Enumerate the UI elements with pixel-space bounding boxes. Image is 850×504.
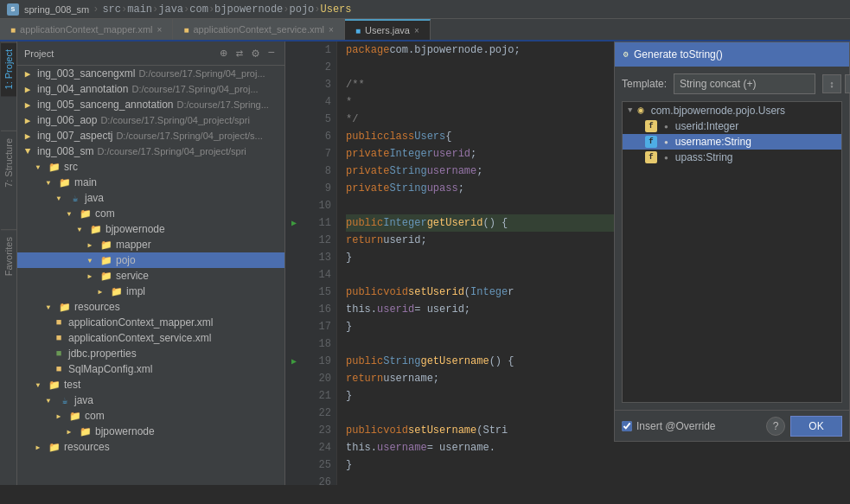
tree-item-mapper-xml[interactable]: ■ applicationContext_mapper.xml <box>17 315 284 330</box>
tab-close-1[interactable]: × <box>157 25 163 35</box>
title-bar: S spring_008_sm › src › main › java › co… <box>0 0 850 19</box>
tree-root-label: com.bjpowernode.pojo.Users <box>651 105 785 117</box>
folder-icon-java: ▼ <box>52 192 66 204</box>
tree-label-com: com <box>95 207 115 220</box>
tree-item-src[interactable]: ▼ 📁 src <box>17 159 284 175</box>
app-icon: S <box>7 3 19 16</box>
tree-label-sqlmap: SqlMapConfig.xml <box>68 363 152 375</box>
run-gutter-11[interactable]: ▶ <box>285 214 303 232</box>
tree-item-007[interactable]: ▶ ing_007_aspectj D:/course/17.Spring/04… <box>17 128 284 144</box>
sidebar-add-btn[interactable]: ⊕ <box>217 45 229 61</box>
sidebar-minimize-btn[interactable]: − <box>265 45 278 61</box>
folder-glyph-impl: 📁 <box>110 285 124 297</box>
props-icon-jdbc: ■ <box>52 348 66 360</box>
xml-icon-sqlmap: ■ <box>52 363 66 375</box>
insert-btn[interactable]: ↩ <box>845 74 850 93</box>
tab-label-3: Users.java <box>365 25 410 35</box>
tree-label-java: java <box>85 192 104 204</box>
line-numbers: 1 2 3 4 5 6 7 8 9 10 11 12 13 14 15 16 1… <box>303 41 337 485</box>
tab-label-1: applicationContext_mapper.xml <box>20 24 152 35</box>
tree-item-004[interactable]: ▶ ing_004_annotation D:/course/17.Spring… <box>17 81 284 97</box>
breadcrumb-sep1: › <box>93 3 99 16</box>
tab-mapper-xml[interactable]: ■ applicationContext_mapper.xml × <box>0 19 173 40</box>
tree-item-resources[interactable]: ▼ 📁 resources <box>17 299 284 315</box>
tree-label-test-com: com <box>85 410 105 422</box>
bc-bjpowernode: bjpowernode <box>214 3 283 16</box>
field-label-userid: userid:Integer <box>675 120 738 132</box>
folder-icon-impl: ▶ <box>93 285 107 297</box>
tree-item-service-xml[interactable]: ■ applicationContext_service.xml <box>17 330 284 346</box>
tree-item-pojo[interactable]: ▼ 📁 pojo <box>17 252 284 268</box>
tab-close-2[interactable]: × <box>329 25 334 35</box>
folder-glyph-pojo: 📁 <box>99 254 113 266</box>
tree-label-test: test <box>64 379 80 391</box>
folder-glyph-java: ☕ <box>68 192 82 204</box>
folder-glyph-main: 📁 <box>58 176 72 188</box>
tree-item-jdbc[interactable]: ■ jdbc.properties <box>17 346 284 361</box>
tree-label-007: ing_007_aspectj <box>37 130 112 142</box>
dialog-field-upass[interactable]: f ● upass:String <box>623 150 841 165</box>
tree-label-004: ing_004_annotation <box>37 83 128 95</box>
tree-item-test-java[interactable]: ▼ ☕ java <box>17 392 284 408</box>
dialog-field-username[interactable]: f ● username:String <box>623 134 841 150</box>
side-tab-project[interactable]: 1: Project <box>1 41 16 96</box>
template-row: Template: ↕ ↩ ≡ ≣ <box>622 73 842 94</box>
dialog-body: Template: ↕ ↩ ≡ ≣ <box>615 67 849 410</box>
tree-item-008[interactable]: ▼ ing_008_sm D:/course/17.Spring/04_proj… <box>17 144 284 159</box>
folder-glyph-mapper: 📁 <box>99 239 113 251</box>
tree-item-test-com[interactable]: ▶ 📁 com <box>17 408 284 424</box>
dialog-field-userid[interactable]: f ● userid:Integer <box>623 118 841 134</box>
tree-item-resources2[interactable]: ▶ 📁 resources <box>17 439 284 455</box>
tree-item-main[interactable]: ▼ 📁 main <box>17 175 284 190</box>
insert-override-checkbox[interactable] <box>622 421 632 431</box>
bc-main: main <box>127 3 152 16</box>
bc-pojo: pojo <box>290 3 315 16</box>
tree-root-arrow: ▼ <box>628 106 632 115</box>
bc-src: src <box>102 3 121 16</box>
sidebar-settings-btn[interactable]: ⚙ <box>249 45 261 61</box>
tree-item-com[interactable]: ▼ 📁 com <box>17 206 284 221</box>
tree-item-005[interactable]: ▶ ing_005_sanceng_annotation D:/course/1… <box>17 97 284 112</box>
tree-item-test-bjpowernode[interactable]: ▶ 📁 bjpowernode <box>17 424 284 439</box>
folder-icon-mapper: ▶ <box>83 239 97 251</box>
tree-label-008: ing_008_sm <box>37 145 93 157</box>
sidebar: Project ⊕ ⇄ ⚙ − ▶ ing_003_sancengxml D:/… <box>17 41 285 485</box>
tree-label-006: ing_006_aop <box>37 114 97 126</box>
xml-icon-mapper: ■ <box>52 316 66 329</box>
folder-glyph-test-bjpowernode: 📁 <box>79 425 93 437</box>
template-input[interactable] <box>674 73 815 94</box>
tab-close-3[interactable]: × <box>414 26 419 35</box>
side-tab-favorites[interactable]: Favorites <box>1 229 16 283</box>
folder-icon-src: ▼ <box>31 161 45 173</box>
tree-item-service[interactable]: ▶ 📁 service <box>17 268 284 284</box>
folder-icon-005: ▶ <box>21 99 35 111</box>
tree-item-test[interactable]: ▼ 📁 test <box>17 377 284 392</box>
dialog-tree-root-item[interactable]: ▼ ◉ com.bjpowernode.pojo.Users <box>623 102 841 118</box>
xml-icon-service: ■ <box>52 332 66 344</box>
tree-item-006[interactable]: ▶ ing_006_aop D:/course/17.Spring/04_pro… <box>17 112 284 128</box>
tab-service-xml[interactable]: ■ applicationContext_service.xml × <box>173 19 345 40</box>
sort-btn[interactable]: ↕ <box>822 74 841 93</box>
tree-item-mapper[interactable]: ▶ 📁 mapper <box>17 237 284 252</box>
ok-button[interactable]: OK <box>790 416 842 437</box>
tree-item-sqlmap[interactable]: ■ SqlMapConfig.xml <box>17 361 284 377</box>
tree-item-java[interactable]: ▼ ☕ java <box>17 190 284 206</box>
help-button[interactable]: ? <box>766 417 785 436</box>
tree-path-003: D:/course/17.Spring/04_proj... <box>138 68 265 79</box>
folder-glyph-test-java: ☕ <box>58 394 72 406</box>
folder-glyph-resources2: 📁 <box>48 441 61 453</box>
sidebar-sync-btn[interactable]: ⇄ <box>233 45 246 61</box>
run-gutter-19[interactable]: ▶ <box>285 353 303 370</box>
folder-icon-resources2: ▶ <box>31 441 45 453</box>
side-tab-structure[interactable]: 7: Structure <box>1 131 16 195</box>
tab-users-java[interactable]: ■ Users.java × <box>345 19 431 40</box>
tree-item-003[interactable]: ▶ ing_003_sancengxml D:/course/17.Spring… <box>17 66 284 81</box>
folder-glyph-test: 📁 <box>48 379 61 391</box>
field-icon-upass: f <box>645 151 657 163</box>
tree-item-bjpowernode[interactable]: ▼ 📁 bjpowernode <box>17 221 284 237</box>
tree-item-impl[interactable]: ▶ 📁 impl <box>17 284 284 299</box>
dialog-title-icon: ⚙ <box>623 49 629 60</box>
folder-icon-004: ▶ <box>21 83 35 95</box>
folder-icon-test: ▼ <box>31 379 45 391</box>
tree-label-005: ing_005_sanceng_annotation <box>37 99 173 111</box>
